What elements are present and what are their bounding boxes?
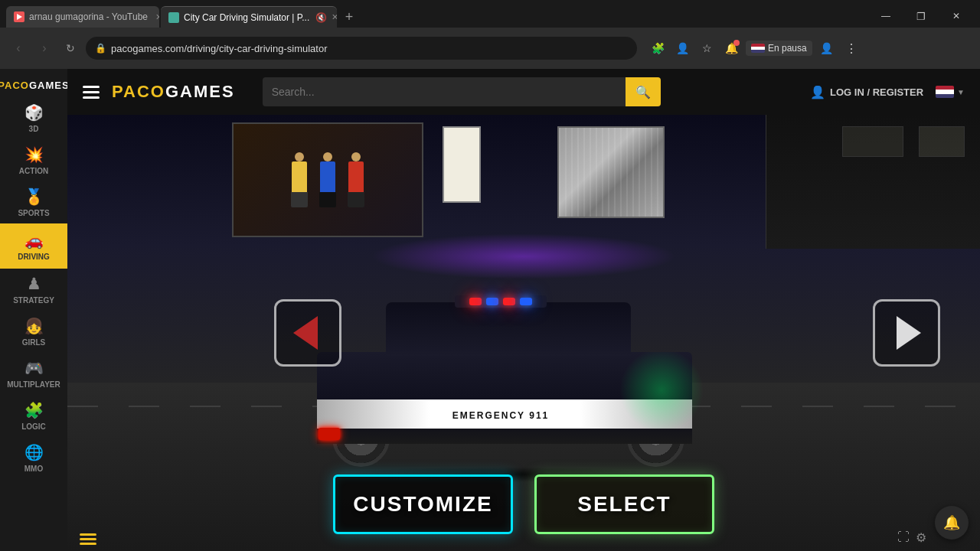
refresh-button[interactable]: ↻ — [60, 37, 81, 59]
game-favicon — [168, 12, 179, 23]
sidebar-item-sports[interactable]: 🏅 SPORTS — [0, 181, 67, 223]
sidebar-label-action: ACTION — [19, 167, 48, 175]
tab-game[interactable]: City Car Driving Simulator | P... 🔇 ✕ — [161, 6, 337, 28]
new-tab-button[interactable]: + — [338, 6, 360, 28]
main-layout: PACOGAMES 🎲 3D 💥 ACTION 🏅 SPORTS 🚗 DRIVI… — [0, 69, 980, 551]
mmo-icon: 🌐 — [24, 443, 44, 461]
right-building — [766, 115, 980, 249]
sidebar-label-sports: SPORTS — [18, 209, 49, 217]
window-controls: — ❐ ✕ — [868, 5, 974, 28]
site-header: PACOGAMES 🔍 👤 LOG IN / REGISTER ▼ — [67, 69, 980, 115]
small-door — [443, 126, 481, 203]
sidebar-label-girls: GIRLS — [22, 338, 46, 347]
sidebar-label-3d: 3D — [29, 125, 39, 133]
sidebar-label-logic: LOGIC — [21, 422, 46, 431]
girls-icon: 👧 — [24, 317, 44, 335]
car-body — [317, 352, 692, 444]
light-blue2 — [520, 298, 532, 305]
lock-icon: 🔒 — [95, 43, 106, 54]
select-button[interactable]: SELECT — [534, 474, 714, 534]
lang-label: En pausa — [768, 43, 807, 54]
site-logo[interactable]: PACOGAMES — [112, 82, 235, 102]
settings-button[interactable]: ⚙ — [916, 530, 926, 545]
emergency-text: EMERGENCY 911 — [452, 410, 549, 421]
tab-youtube[interactable]: arnau gumagorina - YouTube ✕ — [6, 6, 159, 28]
multiplayer-icon: 🎮 — [24, 359, 44, 377]
user-icon: 👤 — [810, 85, 825, 99]
maximize-button[interactable]: ❐ — [903, 5, 939, 28]
car-roof — [386, 302, 631, 356]
select-label: SELECT — [577, 492, 671, 517]
mute-icon[interactable]: 🔇 — [315, 12, 327, 23]
left-arrow-icon — [293, 316, 318, 350]
strategy-icon: ♟ — [27, 275, 41, 293]
flag-button[interactable]: ▼ — [936, 86, 965, 98]
back-button[interactable]: ‹ — [8, 37, 29, 59]
url-bar[interactable]: 🔒 pacogames.com/driving/city-car-driving… — [86, 37, 637, 60]
address-bar: ‹ › ↻ 🔒 pacogames.com/driving/city-car-d… — [0, 28, 980, 69]
light-red — [469, 298, 482, 305]
sidebar-item-girls[interactable]: 👧 GIRLS — [0, 311, 67, 353]
police-light-bar — [455, 295, 547, 308]
bottom-menu-icon[interactable] — [80, 533, 96, 545]
sidebar-item-multiplayer[interactable]: 🎮 MULTIPLAYER — [0, 353, 67, 395]
url-text: pacogames.com/driving/city-car-driving-s… — [111, 43, 327, 54]
user-button[interactable]: 👤 — [817, 38, 837, 58]
figure-1 — [291, 152, 308, 207]
hamburger-menu[interactable] — [83, 86, 100, 99]
bookmark-icon[interactable]: ☆ — [697, 38, 717, 58]
driving-icon: 🚗 — [24, 231, 44, 249]
figure-2 — [319, 152, 336, 207]
minimize-button[interactable]: — — [868, 5, 903, 28]
building-area — [67, 115, 980, 249]
sidebar-label-multiplayer: MULTIPLAYER — [7, 380, 60, 389]
site-header-logo: PACOGAMES — [0, 73, 67, 97]
sidebar-item-action[interactable]: 💥 ACTION — [0, 139, 67, 181]
prev-car-button[interactable] — [274, 299, 341, 367]
login-button[interactable]: 👤 LOG IN / REGISTER — [810, 85, 923, 99]
extensions-icon[interactable]: 🧩 — [648, 38, 668, 58]
search-button[interactable]: 🔍 — [626, 77, 661, 106]
forward-button[interactable]: › — [34, 37, 55, 59]
fullscreen-icons: ⛶ ⚙ — [897, 530, 926, 545]
profile-icon[interactable]: 👤 — [672, 38, 692, 58]
sidebar-item-mmo[interactable]: 🌐 MMO — [0, 437, 67, 479]
frosted-window — [557, 126, 665, 218]
tab-youtube-label: arnau gumagorina - YouTube — [29, 11, 148, 22]
search-input[interactable] — [263, 86, 626, 98]
fullscreen-button[interactable]: ⛶ — [897, 530, 910, 545]
next-car-button[interactable] — [873, 299, 940, 367]
lang-button[interactable]: En pausa — [746, 41, 812, 56]
game-viewport: EMERGENCY 911 — [67, 115, 980, 551]
light-blue1 — [486, 298, 498, 305]
3d-icon: 🎲 — [24, 103, 44, 122]
sidebar: PACOGAMES 🎲 3D 💥 ACTION 🏅 SPORTS 🚗 DRIVI… — [0, 69, 67, 551]
close-window-button[interactable]: ✕ — [939, 5, 974, 28]
sidebar-item-strategy[interactable]: ♟ STRATEGY — [0, 269, 67, 311]
tab-game-label: City Car Driving Simulator | P... — [184, 12, 309, 23]
notification-button[interactable]: 🔔 — [935, 506, 969, 540]
tab-close-icon[interactable]: ✕ — [332, 12, 337, 22]
menu-icon[interactable]: ⋮ — [841, 38, 861, 58]
dropdown-icon: ▼ — [957, 88, 965, 96]
sidebar-item-logic[interactable]: 🧩 LOGIC — [0, 395, 67, 437]
browser-chrome: arnau gumagorina - YouTube ✕ City Car Dr… — [0, 0, 980, 69]
customize-button[interactable]: CUSTOMIZE — [333, 474, 513, 534]
browser-actions: 🧩 👤 ☆ 🔔 En pausa 👤 ⋮ — [648, 38, 861, 58]
action-buttons: CUSTOMIZE SELECT — [333, 474, 714, 534]
notify-icon[interactable]: 🔔 — [721, 38, 741, 58]
light-red2 — [503, 298, 515, 305]
sidebar-item-driving[interactable]: 🚗 DRIVING — [0, 223, 67, 269]
youtube-favicon — [14, 11, 24, 22]
close-icon[interactable]: ✕ — [155, 12, 159, 22]
figure-3 — [348, 152, 364, 207]
bottom-ui-bar — [67, 527, 109, 551]
right-arrow-icon — [897, 316, 921, 350]
bell-icon: 🔔 — [943, 514, 960, 531]
shop-window-left — [232, 122, 423, 237]
sidebar-label-mmo: MMO — [24, 465, 43, 473]
front-light-left — [318, 428, 340, 440]
sidebar-item-3d[interactable]: 🎲 3D — [0, 97, 67, 139]
login-label: LOG IN / REGISTER — [830, 86, 923, 98]
search-bar: 🔍 — [263, 77, 661, 106]
